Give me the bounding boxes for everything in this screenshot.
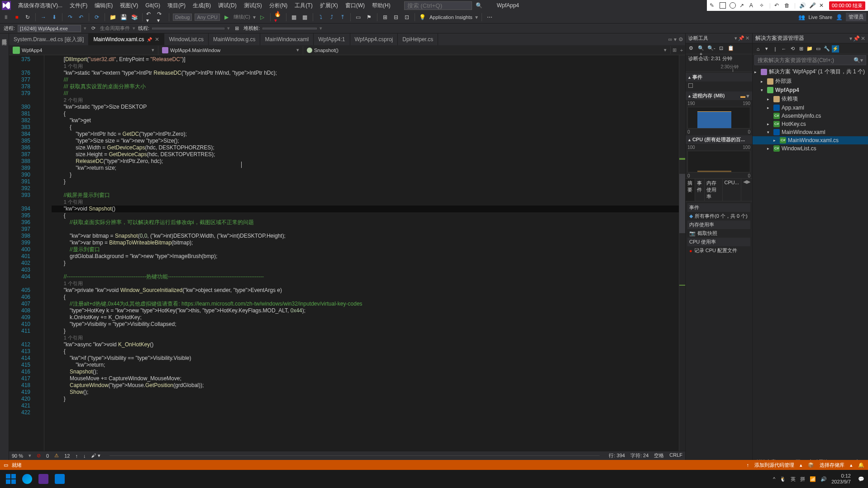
tree-mainwindow-cs[interactable]: ▸C# MainWindow.xaml.cs [753,136,868,144]
restart-button[interactable]: ↻ [24,13,32,21]
zoom-level[interactable]: 90 % [12,453,23,459]
diag-events-header[interactable]: 事件 [692,74,702,81]
diag-events-item[interactable]: ◆所有事件(0 个，共 0 个) [687,212,750,220]
sol-properties-icon[interactable]: 🔧 [823,45,830,53]
panel-dropdown-icon[interactable]: ▾ [734,35,737,41]
tray-qq-icon[interactable]: 🐧 [780,476,786,482]
code-line[interactable]: Snapshot(); [52,368,679,375]
arrow-icon[interactable]: ↗ [739,2,746,9]
code-line[interactable]: "kw">var bitmap = Snapshot(0,0, ("kw">in… [52,233,679,239]
code-line[interactable]: grdGlobal.Background = "kw">new "type">I… [52,253,679,260]
step-out-icon[interactable]: ↶ [77,13,85,21]
diag-cpu-header[interactable]: CPU (所有处理器的百... [692,136,745,143]
code-line[interactable]: 1 个引用 [52,280,679,287]
code-line[interactable]: 2 个引用 [52,97,679,104]
diag-record-cpu-button[interactable]: ●记录 CPU 配置文件 [687,246,750,255]
brush-icon[interactable]: 🖌 ▾ [91,453,100,459]
sol-collapse-icon[interactable]: ▭ [815,45,822,53]
document-tab[interactable]: DpiHelper.cs [398,33,438,45]
sol-back-icon[interactable]: ← [780,45,787,53]
undo-icon[interactable]: ↶ [774,2,781,9]
tool2-icon[interactable]: ▦ [301,13,309,21]
tree-mainwindow-xaml[interactable]: ▾ MainWindow.xaml [753,128,868,136]
pin-icon[interactable]: 📌 [147,37,152,42]
diag-timeline[interactable]: 2:30分钟 [686,63,752,72]
left-tool-rail[interactable]: 服务器资源管理器 工具箱 [0,33,9,470]
diag-zoom-out-icon[interactable]: 🔍- [707,45,715,53]
highlight-icon[interactable]: ✧ [759,2,766,9]
continue-button[interactable]: ▶ [223,13,231,21]
code-line[interactable] [52,267,679,273]
notifications-icon[interactable]: 💬 [858,476,864,482]
diag-tab[interactable]: 摘要 [686,179,695,201]
taskbar-clock[interactable]: 0:12 2023/9/7 [831,473,851,485]
pencil-icon[interactable]: ✎ [710,2,716,9]
code-line[interactable]: "kw">return size; [52,165,679,172]
document-tab[interactable]: WpfApp4.csproj [350,33,398,45]
document-tab[interactable]: MainWindow.xaml [260,33,314,45]
flag-icon[interactable]: ⚑ [365,13,373,21]
step3-icon[interactable]: ⤒ [339,13,347,21]
delete-icon[interactable]: 🗑 [784,2,791,9]
repo-icon[interactable]: 📦 [808,462,814,468]
tab-overflow-icon[interactable]: ∞ [668,36,672,43]
code-line[interactable]: size.Height = GetDeviceCaps(hdc, DESKTOP… [52,151,679,158]
error-icon[interactable]: ⊘ [37,453,41,459]
step-over-icon[interactable]: ↷ [66,13,74,21]
sol-views-icon[interactable]: ▾ [763,45,770,53]
show-next-icon[interactable]: ⬇ [50,13,58,21]
close-icon[interactable]: ✕ [155,36,159,43]
open-icon[interactable]: 📁 [109,13,117,21]
code-line[interactable]: /// 获取真实设置的桌面分辨率大小 [52,83,679,90]
redo-toolbar-icon[interactable]: ↷ ▾ [157,13,165,21]
nav-split-icon[interactable]: ⊞ [671,47,678,53]
start-button[interactable] [4,472,18,486]
code-line[interactable]: "type">HotKey k = "kw">new "type">HotKey… [52,307,679,314]
code-line[interactable]: MouseMove += CaptureWindow_MouseMove; [52,375,679,382]
code-line[interactable]: "kw">var bmp = BitmapToWriteableBitmap(b… [52,239,679,246]
sol-refresh-icon[interactable]: ⊞ [797,45,805,53]
thread-icon[interactable]: ⊞ [233,24,241,33]
lifecycle-icon[interactable]: ⟳ [89,24,97,33]
sol-sync-icon[interactable]: ⟲ [789,45,796,53]
panel-close-icon[interactable]: ✕ [745,35,749,41]
menu-item[interactable]: 分析(N) [266,1,291,10]
document-tab[interactable]: WpfApp4:1 [314,33,350,45]
code-line[interactable]: "kw">return; [52,362,679,368]
text-icon[interactable]: A [749,2,756,9]
code-line[interactable]: //获取桌面实际分辨率，可以解决程序运行后修改dpi，截图区域不正常的问题 [52,219,679,226]
tab-gear-icon[interactable]: ⚙ [678,36,683,43]
square-icon[interactable] [720,2,726,9]
sol-dropdown-icon[interactable]: ▾ [849,35,852,42]
document-tab[interactable]: System.Draw...ed.cs [嵌入源] [9,33,89,45]
menu-item[interactable]: Git(G) [142,1,164,10]
code-line[interactable]: //截屏并显示到窗口 [52,192,679,199]
code-line[interactable]: "kw">if ("type">Visibility == "type">Vis… [52,355,679,362]
tab-dropdown-icon[interactable]: ▾ [674,36,677,43]
code-line[interactable]: { [52,294,679,301]
code-line[interactable]: 1 个引用 [52,335,679,341]
insights-label[interactable]: Application Insights [429,14,472,20]
search-icon[interactable]: 🔍 [476,2,482,9]
solution-search-input[interactable]: 搜索解决方案资源管理器(Ctrl+;) 🔍▾ [754,55,866,65]
code-line[interactable]: } [52,178,679,185]
window-icon[interactable]: ▭ [354,13,362,21]
ime-lang[interactable]: 英 [791,476,796,483]
diag-tab[interactable]: 事件 [695,179,705,201]
undo-toolbar-icon[interactable]: ↶ ▾ [146,13,154,21]
align3-icon[interactable]: ⊡ [403,13,411,21]
code-line[interactable]: "kw">static "kw">extern "type">IntPtr Re… [52,70,679,77]
select-repo[interactable]: 选择存储库 [820,462,844,469]
menu-item[interactable]: 生成(B) [189,1,215,10]
menu-item[interactable]: 高级保存选项(V)... [14,1,66,10]
code-line[interactable]: //--------------------------------------… [52,273,679,280]
recorder-end-button[interactable]: 00:00:00 结束 [829,1,865,10]
gc-icon[interactable]: ▼ [745,93,750,99]
diag-tab[interactable]: CPU... [723,179,741,201]
save-all-icon[interactable]: 📚 [130,13,138,21]
taskbar-app-edge[interactable] [20,472,34,486]
menu-item[interactable]: 项目(P) [164,1,189,10]
nav-project-dropdown[interactable]: WpfApp4 ▾ [9,46,158,55]
process-dropdown[interactable]: [16248] WpfApp4.exe [18,25,81,32]
diag-gear-icon[interactable]: ⚙ [687,45,695,53]
